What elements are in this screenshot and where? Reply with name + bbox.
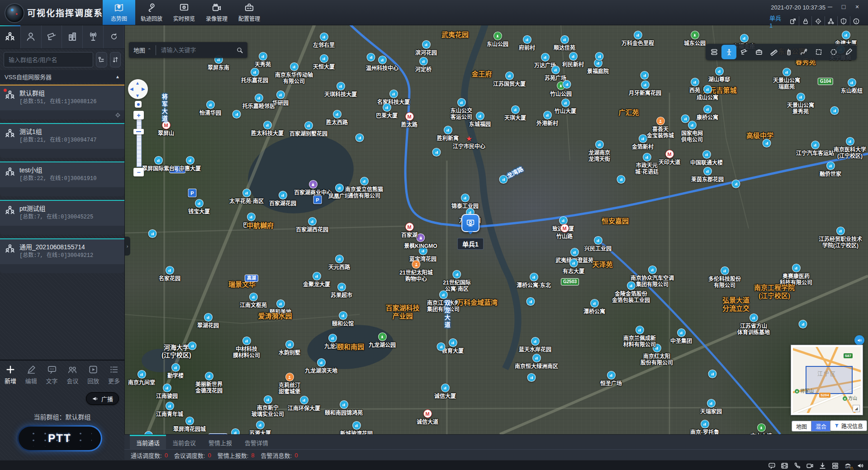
map-poi[interactable]: 弘景大道分流立交: [722, 296, 749, 313]
map-poi[interactable]: 市政天元城·花语廷: [635, 153, 659, 176]
zoom-slider-track[interactable]: [137, 117, 142, 167]
map-poi[interactable]: M百家湖: [401, 223, 417, 238]
nav-tab-录像管理[interactable]: 录像管理: [200, 0, 233, 25]
map-poi[interactable]: 恒安嘉园: [602, 217, 629, 225]
map-poi[interactable]: 恒圣广场: [600, 371, 622, 387]
chat-tray-icon[interactable]: [768, 462, 776, 470]
gps-tray-icon[interactable]: GPS⚠: [844, 462, 852, 470]
device-marker-单兵1[interactable]: 单兵1: [457, 214, 484, 250]
map-poi[interactable]: 江南青年城: [156, 402, 183, 418]
map-device-dot[interactable]: [499, 175, 508, 185]
pan-down-icon[interactable]: ▼: [135, 93, 141, 99]
map-poi[interactable]: 东山枢纽: [841, 78, 863, 94]
map-device-dot[interactable]: [708, 370, 717, 379]
map-poi[interactable]: 南京九间堂: [128, 370, 155, 386]
map-poi[interactable]: 华研园: [272, 90, 289, 106]
map-poi[interactable]: 江苏经贸职业技术学院(江宁校区): [819, 227, 862, 249]
map-poi[interactable]: 国家电网供电公司: [681, 121, 703, 143]
map-poi[interactable]: 康桥公寓: [697, 105, 718, 121]
map-poi[interactable]: 中材科技膜材料公司: [233, 337, 260, 359]
map-poi[interactable]: 将军大道: [161, 94, 168, 123]
map-poi[interactable]: 九龙湖公园: [369, 332, 396, 348]
map-poi[interactable]: 百家湖商业中心: [294, 180, 332, 196]
group-card[interactable]: 通用_20210608155714[总数:7, 在线:0]30049212: [0, 238, 124, 273]
map-poi[interactable]: 颐和南园: [337, 343, 364, 351]
map-poi[interactable]: 潭桥公寓·东北: [517, 273, 551, 289]
group-card[interactable]: test小组[总数:22, 在线:0]30061910: [0, 161, 124, 196]
map-poi[interactable]: 江南环保大厦: [288, 396, 320, 412]
treelist-button[interactable]: [96, 52, 107, 67]
bottom-tab-当前通话[interactable]: 当前通话: [130, 435, 166, 449]
map-poi[interactable]: 新城玻湾花园: [340, 421, 373, 434]
sidebar-tab-person[interactable]: [21, 25, 42, 48]
map-poi[interactable]: 南京兰佩成新材料有限公司: [623, 326, 656, 348]
map-poi[interactable]: 南京·罗托鲁拉小镇: [690, 420, 719, 434]
map-poi[interactable]: 莱茵东郡花园: [691, 167, 724, 183]
lock-button[interactable]: [799, 16, 811, 26]
map-device-dot[interactable]: [617, 175, 626, 185]
map-tool-layers[interactable]: [707, 45, 721, 59]
phone-tray-icon[interactable]: [793, 462, 801, 470]
map-poi[interactable]: G104: [818, 78, 833, 85]
map-poi[interactable]: 万科金色里程: [621, 31, 654, 47]
map-poi[interactable]: 太平花苑·南区: [229, 189, 264, 204]
map-device-dot[interactable]: [681, 114, 690, 124]
map-poi[interactable]: 蓝天水岸花园: [519, 337, 551, 353]
map-layer-dropdown[interactable]: 地图 ⌃: [129, 46, 156, 54]
map-device-dot[interactable]: [640, 71, 649, 81]
map-poi[interactable]: 怡清华园: [199, 100, 221, 116]
map-poi[interactable]: 南京协众汽车空调集团有限公司: [631, 266, 674, 288]
map-locate-button[interactable]: [135, 101, 142, 108]
map-poi[interactable]: 诚信大厦: [434, 384, 456, 399]
map-poi[interactable]: 广汇苑: [618, 109, 639, 117]
map-poi[interactable]: 金聚龙大厦: [303, 272, 330, 288]
map-tool-circle-select[interactable]: [826, 45, 841, 59]
map-poi[interactable]: 城东公园: [684, 31, 706, 47]
shield-button[interactable]: [837, 16, 850, 26]
close-button[interactable]: ×: [852, 2, 863, 11]
map-poi[interactable]: 苏果超市: [331, 283, 352, 299]
map-poi[interactable]: P: [313, 195, 322, 205]
server-tray-icon[interactable]: [831, 462, 839, 470]
map-poi[interactable]: 天泽苑: [592, 261, 612, 269]
map-device-dot[interactable]: [526, 297, 535, 307]
map-poi[interactable]: 胜太西路: [326, 110, 348, 126]
map-poi[interactable]: 百家湖花园: [269, 191, 296, 207]
map-poi[interactable]: 21世纪太阳城购物中心: [399, 260, 432, 283]
action-button-更多[interactable]: 更多: [104, 361, 124, 388]
zoom-slider-handle[interactable]: [133, 129, 144, 134]
map-compass-control[interactable]: ▲ ▼ ◀ ▶: [128, 79, 148, 99]
map-poi[interactable]: 水韵别墅: [279, 340, 300, 356]
action-button-新增[interactable]: 新增: [0, 361, 21, 388]
speaker-tray-icon[interactable]: [857, 462, 864, 470]
map-poi[interactable]: 南京恒大绿洲南区: [515, 354, 558, 370]
map-poi[interactable]: 天元西路: [328, 255, 350, 271]
nav-tab-轨迹回放[interactable]: 轨迹回放: [135, 0, 168, 25]
map-poi[interactable]: 江苏国贸大厦: [493, 71, 526, 87]
map-poi[interactable]: 克莉丝汀甜蜜城堡: [279, 373, 300, 395]
network-button[interactable]: [825, 16, 837, 26]
pan-up-icon[interactable]: ▲: [135, 81, 141, 86]
map-device-dot[interactable]: [799, 320, 807, 329]
sort-button[interactable]: [110, 52, 121, 67]
film-tray-icon[interactable]: [781, 462, 788, 470]
nav-tab-实时预览[interactable]: 实时预览: [168, 0, 200, 25]
map-poi[interactable]: 潭桥公寓: [583, 299, 605, 315]
sidebar-tab-building[interactable]: [62, 25, 83, 48]
map-poi[interactable]: M诚信大道: [417, 409, 438, 425]
map-tool-soldier[interactable]: [721, 45, 736, 59]
map-search-input[interactable]: [156, 47, 232, 53]
map-poi[interactable]: 天琪大厦: [504, 105, 526, 121]
map-poi[interactable]: 天景山公寓瑞庭苑: [773, 68, 800, 90]
server-group-header[interactable]: VSS自组网服务器 ▲: [0, 70, 124, 83]
map-tool-ruler[interactable]: [766, 45, 781, 59]
zoom-out-button[interactable]: −: [133, 168, 144, 176]
map-poi[interactable]: 天琪科技大厦: [324, 82, 357, 98]
map-device-dot[interactable]: [148, 229, 157, 239]
map-poi[interactable]: M胜太路: [401, 112, 417, 128]
map-poi[interactable]: 翠屏国际紫台: [142, 156, 175, 172]
map-device-dot[interactable]: [367, 53, 375, 62]
map-poi[interactable]: 方山大塘: [750, 423, 772, 434]
map-poi[interactable]: 钱宝大厦: [188, 199, 210, 215]
map-device-dot[interactable]: [830, 106, 839, 116]
